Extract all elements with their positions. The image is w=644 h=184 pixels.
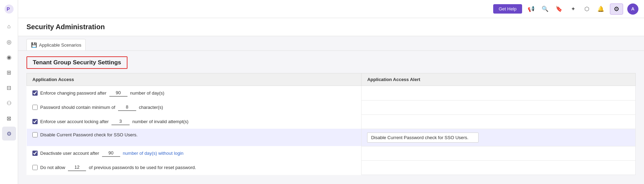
section-title: Tenant Group Security Settings [33, 59, 121, 66]
sidebar: P ⌂ ◎ ◉ ⊞ ⊟ ⚇ ⊠ ⚙ [0, 0, 18, 184]
row3-left: Enforce user account locking after numbe… [27, 114, 362, 129]
bell-icon[interactable]: 🔔 [596, 4, 606, 14]
page-title: Security Administration [26, 23, 636, 31]
row5-checkbox[interactable] [32, 151, 38, 156]
settings-table: Application Access Application Access Al… [26, 73, 636, 175]
row5-input[interactable] [102, 150, 120, 157]
row4-right [362, 129, 636, 146]
search-icon[interactable]: 🔍 [540, 4, 550, 14]
table-row: Do not allow of previous passwords to be… [27, 160, 636, 175]
topbar: Get Help 📢 🔍 🔖 ✦ ⬡ 🔔 ⚙ A [18, 0, 644, 18]
sidebar-icon-settings[interactable]: ⚙ [2, 127, 16, 141]
table-row: Deactivate user account after number of … [27, 146, 636, 160]
table-row: Password should contain minimum of chara… [27, 100, 636, 114]
table-row: Disable Current Password check for SSO U… [27, 129, 636, 146]
row4-alert-input[interactable] [367, 133, 479, 143]
row1-text-before: Enforce changing password after [40, 90, 107, 96]
row1-input[interactable] [109, 89, 127, 97]
row6-input[interactable] [68, 164, 86, 171]
section-title-box: Tenant Group Security Settings [26, 56, 127, 69]
row3-text-after: number of invalid attempt(s) [132, 119, 188, 124]
bookmark-icon[interactable]: 🔖 [554, 4, 564, 14]
gear-icon: ⚙ [614, 5, 619, 13]
row1-checkbox[interactable] [32, 90, 38, 96]
table-row: Enforce changing password after number o… [27, 86, 636, 101]
row2-checkbox[interactable] [32, 105, 38, 110]
row2-text-before: Password should contain minimum of [40, 105, 115, 110]
row2-input[interactable] [118, 104, 136, 111]
sidebar-icon-home[interactable]: ⌂ [2, 19, 16, 33]
row5-text-after: number of day(s) without login [123, 151, 184, 156]
row4-checkbox[interactable] [32, 132, 38, 137]
sidebar-icon-shop[interactable]: ⊠ [2, 111, 16, 125]
main-content: Security Administration 💾 Applicable Sce… [18, 18, 644, 184]
row4-text-before: Disable Current Password check for SSO U… [40, 132, 138, 137]
row1-right [362, 86, 636, 101]
row5-text-before: Deactivate user account after [40, 151, 99, 156]
sidebar-icon-grid[interactable]: ⊞ [2, 65, 16, 79]
col-application-access-alert: Application Access Alert [362, 73, 636, 86]
sidebar-icon-person[interactable]: ⚇ [2, 96, 16, 110]
app-logo[interactable]: P [3, 3, 15, 15]
shield-icon[interactable]: ⬡ [582, 4, 592, 14]
row6-text-after: of previous passwords to be used for res… [89, 165, 196, 170]
tabs-bar: 💾 Applicable Scenarios [18, 36, 644, 51]
sidebar-icon-report[interactable]: ⊟ [2, 81, 16, 95]
row4-left: Disable Current Password check for SSO U… [27, 129, 362, 141]
table-row: Enforce user account locking after numbe… [27, 114, 636, 129]
row3-right [362, 114, 636, 129]
row2-left: Password should contain minimum of chara… [27, 100, 362, 114]
floppy-icon: 💾 [31, 42, 37, 48]
row1-text-after: number of day(s) [130, 90, 164, 96]
content-area: Tenant Group Security Settings Applicati… [18, 51, 644, 181]
row6-checkbox[interactable] [32, 165, 38, 170]
topbar-right-group: Get Help 📢 🔍 🔖 ✦ ⬡ 🔔 ⚙ A [493, 3, 638, 15]
user-avatar[interactable]: A [627, 3, 638, 15]
row3-input[interactable] [111, 118, 130, 125]
svg-text:P: P [7, 6, 10, 12]
row6-left: Do not allow of previous passwords to be… [27, 160, 362, 175]
row6-right [362, 160, 636, 175]
tab-applicable-scenarios[interactable]: 💾 Applicable Scenarios [26, 39, 86, 50]
row3-text-before: Enforce user account locking after [40, 119, 109, 124]
settings-button[interactable]: ⚙ [610, 3, 623, 15]
sidebar-icon-target[interactable]: ◉ [2, 50, 16, 64]
megaphone-icon[interactable]: 📢 [526, 4, 536, 14]
page-header: Security Administration [18, 18, 644, 36]
row2-right [362, 100, 636, 114]
compass-icon[interactable]: ✦ [568, 4, 578, 14]
row3-checkbox[interactable] [32, 119, 38, 124]
tab-label: Applicable Scenarios [39, 42, 81, 48]
get-help-button[interactable]: Get Help [493, 4, 522, 14]
col-application-access: Application Access [27, 73, 362, 86]
row6-text-before: Do not allow [40, 165, 65, 170]
sidebar-icon-dashboard[interactable]: ◎ [2, 35, 16, 49]
row5-right [362, 146, 636, 160]
row5-left: Deactivate user account after number of … [27, 146, 362, 160]
row2-text-after: character(s) [139, 105, 163, 110]
row1-left: Enforce changing password after number o… [27, 86, 362, 100]
